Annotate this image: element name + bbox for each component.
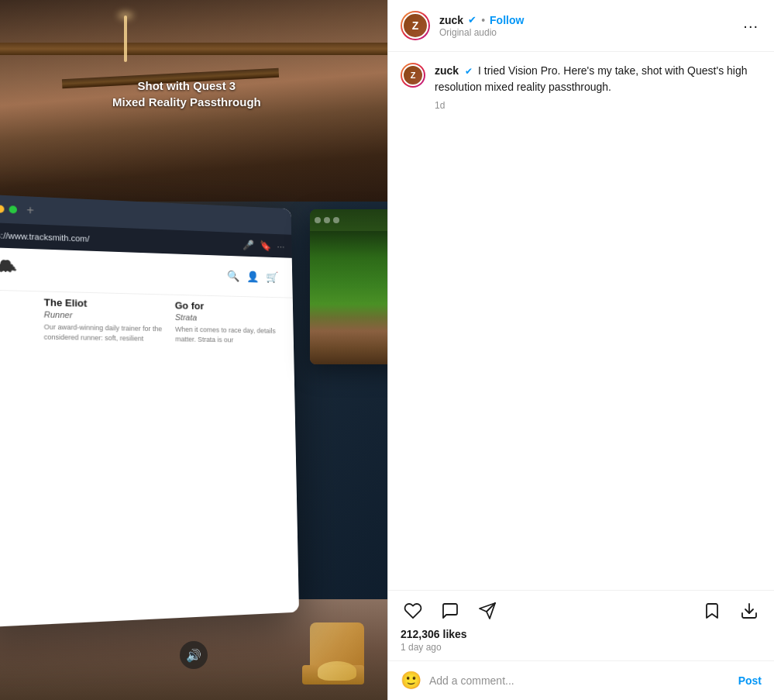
- ceiling-light: [124, 16, 127, 62]
- site-nav: 🔍 👤 🛒: [227, 270, 278, 283]
- caption-text-wrap: zuck ✔ I tried Vision Pro. Here's my tak…: [435, 63, 762, 111]
- product-text-row: The Eliot Runner Our award-winning daily…: [0, 290, 294, 350]
- browser-url: https://www.tracksmith.com/: [0, 230, 237, 249]
- floating-window: [310, 209, 387, 364]
- shot-text: Shot with Quest 3 Mixed Reality Passthro…: [112, 78, 261, 110]
- caption-verified-badge: ✔: [465, 66, 473, 77]
- action-icons-row: [401, 598, 762, 623]
- browser-window: + https://www.tracksmith.com/ 🎤 🔖 ···: [0, 194, 299, 628]
- post-panel: Z zuck ✔ • Follow Original audio ··· Z z…: [387, 0, 774, 700]
- more-options-button[interactable]: ···: [740, 14, 762, 38]
- maximize-icon: [9, 205, 17, 213]
- emoji-button[interactable]: 🙂: [401, 671, 421, 691]
- caption-username[interactable]: zuck: [435, 64, 459, 77]
- comment-button[interactable]: [438, 598, 463, 623]
- bookmark-icon: 🔖: [260, 240, 271, 251]
- user-icon: 👤: [246, 271, 259, 283]
- post-comment-button[interactable]: Post: [738, 674, 762, 687]
- product-2-text: Go for Strata When it comes to race day,…: [169, 295, 294, 350]
- post-content: Z zuck ✔ I tried Vision Pro. Here's my t…: [388, 52, 774, 590]
- post-header: Z zuck ✔ • Follow Original audio ···: [388, 0, 774, 52]
- new-tab-icon: +: [26, 203, 34, 217]
- menu-icon: ···: [277, 240, 284, 251]
- browser-content: 🔍 👤 🛒: [0, 247, 299, 628]
- volume-button[interactable]: 🔊: [180, 641, 208, 669]
- separator-dot: •: [481, 14, 485, 26]
- likes-count: 212,306 likes: [401, 628, 762, 640]
- comment-input-row: 🙂 Post: [388, 660, 774, 700]
- minimize-icon: [0, 205, 4, 212]
- cart-icon: 🛒: [266, 271, 278, 284]
- follow-button[interactable]: Follow: [490, 14, 524, 26]
- caption-avatar[interactable]: Z: [401, 63, 425, 88]
- original-audio[interactable]: Original audio: [439, 27, 731, 38]
- post-header-info: zuck ✔ • Follow Original audio: [439, 14, 731, 38]
- bookmark-button[interactable]: [700, 598, 724, 623]
- comment-input[interactable]: [429, 674, 731, 687]
- mic-icon: 🎤: [243, 239, 254, 250]
- avatar[interactable]: Z: [401, 11, 430, 40]
- share-button[interactable]: [475, 598, 500, 623]
- verified-badge: ✔: [468, 14, 476, 26]
- product-1-text: The Eliot Runner Our award-winning daily…: [37, 291, 169, 348]
- like-button[interactable]: [401, 598, 425, 623]
- caption-text: I tried Vision Pro. Here's my take, shot…: [435, 64, 748, 93]
- download-button[interactable]: [737, 598, 762, 623]
- site-logo: [0, 257, 22, 281]
- time-ago: 1 day ago: [401, 642, 762, 653]
- search-icon: 🔍: [227, 270, 239, 282]
- media-panel: Shot with Quest 3 Mixed Reality Passthro…: [0, 0, 387, 700]
- username[interactable]: zuck: [439, 14, 463, 26]
- actions-bar: 212,306 likes 1 day ago: [388, 590, 774, 660]
- caption-time: 1d: [435, 100, 762, 111]
- browser-toolbar: 🎤 🔖 ···: [243, 239, 285, 251]
- caption-row: Z zuck ✔ I tried Vision Pro. Here's my t…: [401, 63, 762, 111]
- right-action-icons: [700, 598, 762, 623]
